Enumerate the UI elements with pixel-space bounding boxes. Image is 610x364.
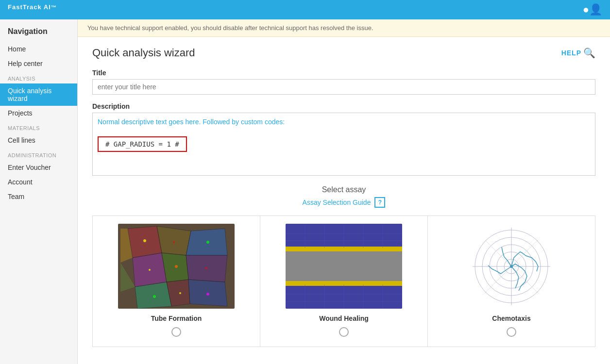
description-code: # GAP_RADIUS = 1 #: [98, 136, 187, 152]
app-logo: FastTrack AI™: [8, 3, 57, 16]
sidebar-item-enter-voucher[interactable]: Enter Voucher: [0, 160, 77, 175]
chemotaxis-radio[interactable]: [507, 327, 516, 337]
support-banner: You have technical support enabled, you …: [78, 19, 610, 37]
sidebar-section-admin: ADMINISTRATION: [0, 148, 77, 160]
page-content: Quick analysis wizard HELP 🔍 Title Descr…: [78, 37, 610, 357]
description-form-group: Description Normal descriptive text goes…: [92, 102, 595, 176]
svg-point-25: [175, 265, 178, 268]
sidebar-section-analysis: ANALYSIS: [0, 71, 77, 83]
sidebar: Navigation Home Help center ANALYSIS Qui…: [0, 19, 78, 364]
svg-point-58: [510, 265, 513, 268]
description-label: Description: [92, 102, 595, 110]
assay-title: Select assay: [92, 185, 595, 194]
app-layout: Navigation Home Help center ANALYSIS Qui…: [0, 19, 610, 364]
assay-card-tube-formation[interactable]: Tube Formation: [93, 216, 260, 347]
assay-cards-container: Tube Formation: [92, 215, 595, 347]
description-normal-text: Normal descriptive text goes here. Follo…: [98, 118, 590, 126]
tube-formation-radio[interactable]: [171, 327, 181, 337]
svg-point-26: [205, 267, 207, 269]
sidebar-item-team[interactable]: Team: [0, 189, 77, 204]
assay-guide-row: Assay Selection Guide ?: [92, 197, 595, 208]
svg-point-21: [143, 239, 146, 242]
wound-healing-label: Wound Healing: [319, 314, 369, 322]
svg-point-29: [206, 293, 209, 296]
title-input[interactable]: [92, 79, 595, 95]
sidebar-item-cell-lines[interactable]: Cell lines: [0, 133, 77, 148]
tube-formation-image: [118, 224, 235, 309]
assay-card-chemotaxis[interactable]: Chemotaxis: [428, 216, 595, 347]
sidebar-item-projects[interactable]: Projects: [0, 106, 77, 120]
wound-healing-image: [286, 224, 402, 309]
assay-guide-link[interactable]: Assay Selection Guide: [303, 199, 371, 206]
chemotaxis-label: Chemotaxis: [492, 314, 530, 322]
help-button[interactable]: HELP 🔍: [561, 47, 595, 59]
main-content: You have technical support enabled, you …: [78, 19, 610, 364]
tube-formation-label: Tube Formation: [151, 314, 202, 322]
wound-healing-radio[interactable]: [339, 327, 349, 337]
magnifier-icon: 🔍: [583, 47, 595, 59]
svg-point-22: [173, 241, 175, 243]
sidebar-item-quick-analysis-wizard[interactable]: Quick analysis wizard: [0, 83, 77, 106]
svg-point-28: [179, 292, 181, 294]
sidebar-item-account[interactable]: Account: [0, 175, 77, 189]
chemotaxis-image: [453, 224, 570, 309]
sidebar-item-home[interactable]: Home: [0, 42, 77, 56]
page-title: Quick analysis wizard: [92, 47, 195, 59]
assay-section: Select assay Assay Selection Guide ?: [92, 185, 595, 347]
title-form-group: Title: [92, 69, 595, 95]
svg-point-24: [149, 269, 151, 271]
title-label: Title: [92, 69, 595, 77]
description-box[interactable]: Normal descriptive text goes here. Follo…: [92, 113, 595, 176]
description-code-container: # GAP_RADIUS = 1 #: [98, 132, 590, 152]
app-header: FastTrack AI™ ●👤: [0, 0, 610, 19]
sidebar-nav-title: Navigation: [0, 27, 77, 42]
user-icon[interactable]: ●👤: [583, 3, 602, 16]
assay-card-wound-healing[interactable]: Wound Healing: [260, 216, 428, 347]
svg-point-23: [206, 241, 209, 244]
assay-guide-help-button[interactable]: ?: [374, 197, 385, 208]
svg-marker-2: [157, 226, 191, 255]
page-title-row: Quick analysis wizard HELP 🔍: [92, 47, 595, 59]
sidebar-section-materials: MATERIALS: [0, 120, 77, 133]
sidebar-item-help-center[interactable]: Help center: [0, 56, 77, 71]
svg-point-27: [153, 295, 156, 298]
